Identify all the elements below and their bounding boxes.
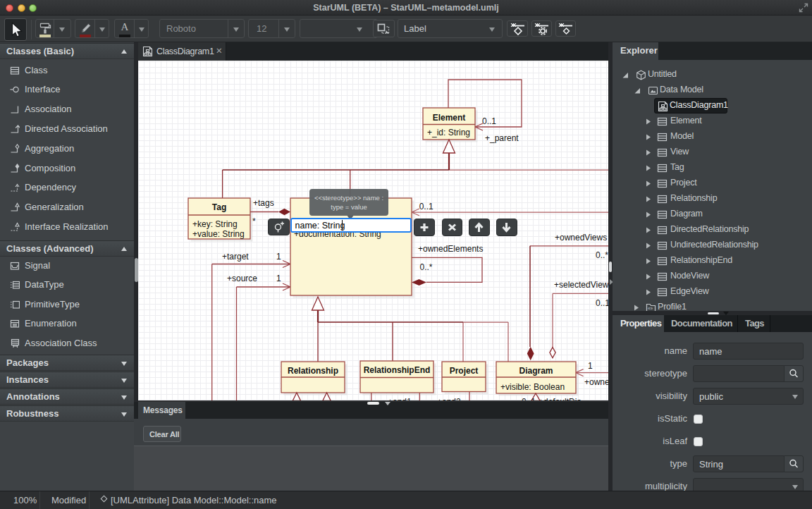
svg-text:+end1: +end1: [388, 397, 412, 400]
svg-text:+source: +source: [227, 274, 257, 283]
svg-text:+target: +target: [222, 252, 249, 262]
svg-text:0..1: 0..1: [482, 116, 496, 126]
svg-text:Relationship: Relationship: [288, 366, 338, 376]
svg-text:«»: «»: [648, 306, 653, 311]
svg-text:+ownedViews: +ownedViews: [555, 233, 607, 243]
svg-text:0..1: 0..1: [419, 202, 433, 211]
svg-text:+tags: +tags: [253, 198, 274, 208]
svg-text:0..1: 0..1: [522, 397, 536, 400]
svg-text:0..*: 0..*: [596, 250, 608, 260]
svg-text:1: 1: [588, 361, 593, 371]
svg-text:+ownedDiag: +ownedDiag: [584, 377, 608, 387]
svg-text:Diagram: Diagram: [519, 366, 553, 376]
svg-text:Element: Element: [433, 113, 466, 123]
svg-text:+ownedElements: +ownedElements: [418, 244, 483, 254]
svg-text:+visible: Boolean: +visible: Boolean: [500, 382, 565, 392]
svg-text:+key: String: +key: String: [192, 219, 238, 229]
svg-text:*: *: [252, 216, 256, 226]
svg-text:Tag: Tag: [212, 202, 226, 212]
svg-text:+selectedViews: +selectedViews: [554, 280, 608, 290]
svg-text:1: 1: [276, 252, 281, 262]
svg-text:RelationshipEnd: RelationshipEnd: [364, 365, 431, 375]
svg-text:0..1: 0..1: [596, 298, 608, 308]
svg-text:+end2: +end2: [437, 397, 461, 400]
svg-text:+value: String: +value: String: [192, 229, 245, 239]
svg-text:+_id: String: +_id: String: [427, 128, 470, 137]
svg-text:+_parent: +_parent: [485, 133, 519, 143]
svg-text:+defaultDia: +defaultDia: [539, 397, 582, 400]
svg-text:0..*: 0..*: [420, 262, 433, 272]
svg-text:1: 1: [276, 274, 281, 283]
svg-text:Project: Project: [450, 366, 479, 376]
